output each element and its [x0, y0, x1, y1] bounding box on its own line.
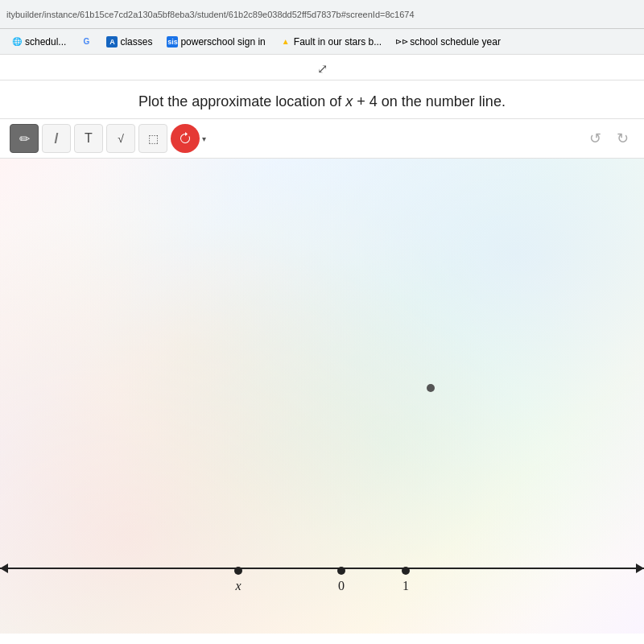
text-tool-button[interactable]: T — [74, 124, 103, 153]
line-tool-button[interactable]: / — [42, 124, 71, 153]
zero-point-dot — [337, 567, 345, 575]
browser-url-bar[interactable]: itybuilder/instance/61b15ce7cd2a130a5bf8… — [0, 0, 644, 29]
question-text: Plot the approximate location of x + 4 o… — [138, 93, 506, 109]
bookmark-fault-label: Fault in our stars b... — [294, 36, 382, 47]
eraser-tool-button[interactable]: ⬚ — [138, 124, 167, 153]
undo-redo-group: ↺ ↻ — [583, 126, 634, 151]
page-content: ⤢ Plot the approximate location of x + 4… — [0, 55, 644, 634]
bookmark-schedul-label: schedul... — [25, 36, 66, 47]
bookmark-schedul[interactable]: 🌐 schedul... — [6, 35, 71, 49]
one-point-dot — [402, 567, 410, 575]
pencil-tool-button[interactable]: ✏ — [10, 124, 39, 153]
bookmark-classes-label: classes — [120, 36, 152, 47]
x-point-dot — [234, 567, 242, 575]
google-icon: G — [80, 36, 92, 47]
classes-icon: A — [106, 36, 118, 47]
plotted-point-dot — [427, 384, 435, 392]
fullscreen-icon[interactable]: ⤢ — [317, 61, 328, 76]
zero-label: 0 — [338, 579, 345, 593]
x-label: x — [235, 579, 241, 593]
bookmark-school-label: school schedule year — [410, 36, 501, 47]
bookmarks-bar: 🌐 schedul... G A classes sis powerschool… — [0, 29, 644, 55]
fullscreen-area: ⤢ — [0, 55, 644, 80]
canvas-background — [0, 159, 644, 634]
drawing-canvas[interactable]: x 0 1 — [0, 159, 644, 634]
color-picker-button[interactable] — [171, 124, 200, 153]
globe-icon: 🌐 — [11, 36, 23, 47]
sis-icon: sis — [167, 36, 178, 47]
bookmark-google[interactable]: G — [76, 35, 97, 49]
undo-button[interactable]: ↺ — [583, 126, 607, 151]
number-line — [0, 568, 644, 569]
sqrt-tool-button[interactable]: √ — [106, 124, 135, 153]
drawing-toolbar: ✏ / T √ ⬚ ↺ ↻ — [0, 119, 644, 159]
bookmark-classes[interactable]: A classes — [101, 35, 157, 49]
bookmark-powerschool-label: powerschool sign in — [180, 36, 265, 47]
url-text: itybuilder/instance/61b15ce7cd2a130a5bf8… — [6, 10, 415, 19]
school-icon: ⊳⊳ — [396, 36, 407, 47]
drive-icon: ▲ — [280, 36, 291, 47]
bookmark-fault[interactable]: ▲ Fault in our stars b... — [275, 35, 386, 49]
bookmark-school[interactable]: ⊳⊳ school schedule year — [391, 35, 506, 49]
one-label: 1 — [402, 579, 409, 593]
redo-button[interactable]: ↻ — [610, 126, 634, 151]
question-area: Plot the approximate location of x + 4 o… — [0, 80, 644, 119]
bookmark-powerschool[interactable]: sis powerschool sign in — [162, 35, 270, 49]
